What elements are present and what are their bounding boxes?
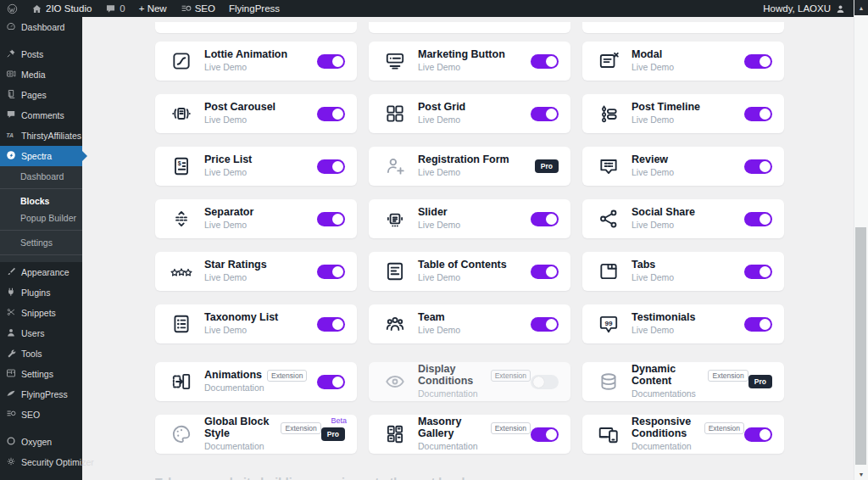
- block-title: Global Block StyleExtension: [204, 416, 321, 440]
- post-carousel-toggle[interactable]: [317, 107, 345, 121]
- dynamic-content-subtitle-link[interactable]: Documentations: [632, 388, 748, 399]
- sidebar-item-oxygen[interactable]: Oxygen: [0, 432, 82, 452]
- sidebar-item-label: Comments: [21, 110, 64, 120]
- table-of-contents-toggle[interactable]: [531, 265, 559, 279]
- scrollbar-up-arrow[interactable]: ▲: [854, 0, 868, 15]
- wp-logo-menu[interactable]: [0, 0, 25, 17]
- sidebar-item-plugins[interactable]: Plugins: [0, 282, 82, 303]
- sidebar-item-posts[interactable]: Posts: [0, 44, 82, 64]
- slider-subtitle-link[interactable]: Live Demo: [418, 220, 460, 231]
- sidebar-item-dashboard[interactable]: Dashboard: [0, 17, 82, 37]
- sidebar-item-flyingpress[interactable]: FlyingPress: [0, 384, 82, 405]
- review-subtitle-link[interactable]: Live Demo: [632, 167, 674, 178]
- post-timeline-toggle[interactable]: [744, 107, 772, 121]
- block-card-review: ReviewLive Demo: [582, 147, 784, 186]
- new-content-menu[interactable]: + New: [132, 0, 174, 17]
- site-name-menu[interactable]: 2IO Studio: [25, 0, 98, 17]
- modal-toggle[interactable]: [744, 54, 772, 69]
- flyingpress-menu[interactable]: FlyingPress: [222, 0, 287, 17]
- block-card-slider: SliderLive Demo: [369, 199, 570, 238]
- block-card-dynamic-content: Dynamic ContentExtensionDocumentationsPr…: [582, 362, 784, 401]
- animations-subtitle-link[interactable]: Documentation: [204, 382, 307, 393]
- registration-form-subtitle-link[interactable]: Live Demo: [418, 167, 509, 178]
- dynamic-content-icon: [598, 371, 620, 393]
- responsive-conditions-toggle[interactable]: [744, 427, 772, 442]
- sidebar-item-media[interactable]: Media: [0, 64, 82, 85]
- sidebar-item-snippets[interactable]: Snippets: [0, 303, 82, 323]
- taxonomy-list-toggle[interactable]: [317, 317, 345, 332]
- marketing-button-subtitle-link[interactable]: Live Demo: [418, 62, 505, 73]
- responsive-conditions-subtitle-link[interactable]: Documentation: [632, 441, 744, 452]
- card-controls: [744, 107, 772, 121]
- card-text: Post TimelineLive Demo: [632, 102, 700, 125]
- card-controls: [744, 54, 772, 69]
- account-menu[interactable]: Howdy, LAOXU: [754, 3, 854, 14]
- sidebar-subitem-dashboard[interactable]: Dashboard: [0, 168, 82, 185]
- team-subtitle-link[interactable]: Live Demo: [418, 325, 460, 336]
- team-toggle[interactable]: [531, 317, 559, 332]
- star-ratings-toggle[interactable]: [317, 265, 345, 279]
- extension-badge: Extension: [281, 422, 320, 434]
- sidebar-subitem-settings[interactable]: Settings: [0, 234, 82, 251]
- sidebar-item-comments[interactable]: Comments: [0, 105, 82, 126]
- lottie-animation-toggle[interactable]: [317, 54, 345, 69]
- social-share-subtitle-link[interactable]: Live Demo: [632, 220, 695, 231]
- tabs-subtitle-link[interactable]: Live Demo: [632, 272, 674, 283]
- scrollbar-down-arrow[interactable]: ▼: [854, 468, 868, 480]
- modal-subtitle-link[interactable]: Live Demo: [632, 62, 674, 73]
- social-share-toggle[interactable]: [744, 212, 772, 226]
- testimonials-subtitle-link[interactable]: Live Demo: [632, 325, 695, 336]
- block-card-modal: ModalLive Demo: [582, 42, 784, 81]
- display-conditions-toggle[interactable]: [531, 375, 559, 389]
- post-timeline-subtitle-link[interactable]: Live Demo: [632, 114, 700, 126]
- masonry-gallery-subtitle-link[interactable]: Documentation: [418, 441, 531, 452]
- separator-subtitle-link[interactable]: Live Demo: [204, 220, 253, 231]
- post-grid-toggle[interactable]: [531, 107, 559, 121]
- lottie-animation-subtitle-link[interactable]: Live Demo: [204, 62, 287, 73]
- ta-icon: TA: [6, 130, 16, 142]
- sidebar-item-appearance[interactable]: Appearance: [0, 262, 82, 282]
- masonry-gallery-toggle[interactable]: [531, 427, 559, 442]
- sidebar-item-users[interactable]: Users: [0, 323, 82, 343]
- price-list-subtitle-link[interactable]: Live Demo: [204, 167, 252, 178]
- post-carousel-subtitle-link[interactable]: Live Demo: [204, 114, 275, 126]
- sidebar-subitem-blocks[interactable]: Blocks: [0, 193, 82, 209]
- block-title: Review: [632, 154, 674, 166]
- seo-menu[interactable]: SEO: [174, 0, 222, 17]
- testimonials-toggle[interactable]: [744, 317, 772, 332]
- sidebar-subitem-popup-builder[interactable]: Popup Builder: [0, 209, 82, 226]
- card-text: Table of ContentsLive Demo: [418, 260, 507, 282]
- animations-toggle[interactable]: [317, 375, 345, 389]
- price-list-toggle[interactable]: [317, 159, 345, 174]
- comments-menu[interactable]: 0: [98, 0, 131, 17]
- sidebar-item-security-optimizer[interactable]: Security Optimizer: [0, 452, 82, 472]
- sidebar-item-settings[interactable]: Settings: [0, 364, 82, 384]
- tabs-toggle[interactable]: [744, 265, 772, 279]
- star-ratings-subtitle-link[interactable]: Live Demo: [204, 272, 267, 283]
- site-name-label: 2IO Studio: [46, 3, 92, 14]
- global-block-style-subtitle-link[interactable]: Documentation: [204, 441, 321, 452]
- marketing-button-toggle[interactable]: [531, 54, 559, 69]
- social-share-icon: [598, 208, 620, 230]
- separator-toggle[interactable]: [317, 212, 345, 226]
- block-title: Team: [418, 312, 460, 324]
- taxonomy-list-subtitle-link[interactable]: Live Demo: [204, 325, 278, 336]
- display-conditions-subtitle-link[interactable]: Documentation: [418, 388, 531, 399]
- slider-toggle[interactable]: [531, 212, 559, 226]
- comments-icon: [6, 109, 16, 121]
- post-grid-subtitle-link[interactable]: Live Demo: [418, 114, 465, 126]
- review-toggle[interactable]: [744, 159, 772, 174]
- sidebar-item-pages[interactable]: Pages: [0, 85, 82, 105]
- new-content-label: + New: [139, 3, 167, 14]
- card-controls: [531, 427, 559, 442]
- card-text: Post GridLive Demo: [418, 102, 465, 125]
- sidebar-item-tools[interactable]: Tools: [0, 343, 82, 364]
- block-title: Table of Contents: [418, 260, 507, 271]
- scrollbar[interactable]: ▲ ▼: [854, 0, 868, 480]
- scrollbar-thumb[interactable]: [855, 227, 866, 465]
- sidebar-item-thirstyaffiliates[interactable]: TAThirstyAffiliates: [0, 126, 82, 146]
- sidebar-item-spectra[interactable]: Spectra: [0, 146, 82, 166]
- oxygen-icon: [6, 436, 16, 448]
- table-of-contents-subtitle-link[interactable]: Live Demo: [418, 272, 507, 283]
- sidebar-item-seo[interactable]: SEO: [0, 405, 82, 425]
